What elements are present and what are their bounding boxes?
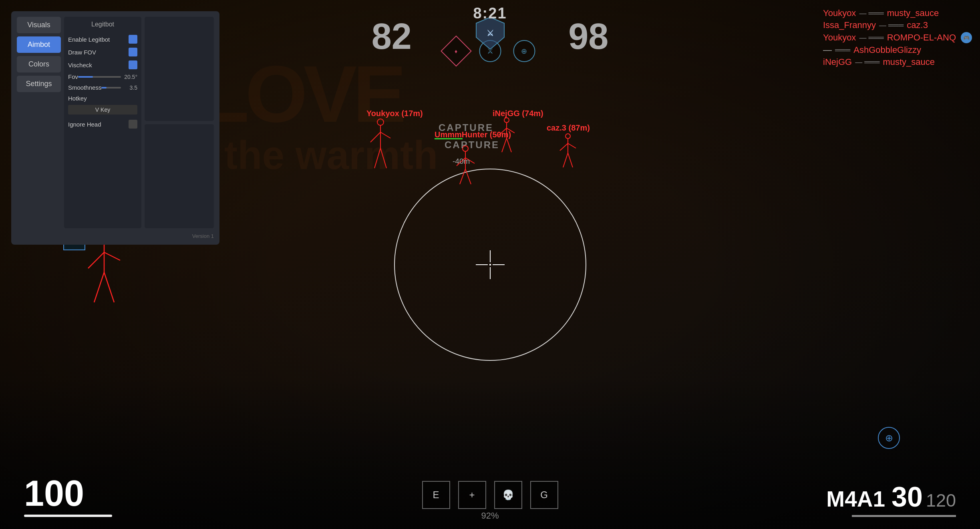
health-bar-container [24, 515, 112, 517]
weapon-icon-4: ═══ [835, 46, 850, 54]
menu-row-vischeck: Vischeck [68, 58, 137, 71]
hud-bottom-right: M4A1 30 120 [826, 481, 956, 517]
scoreboard-entry-4: — ═══ AshGobbleGlizzy [823, 45, 972, 55]
hud-icon-e: E [422, 481, 450, 509]
label-ignore-head: Ignore Head [68, 121, 101, 128]
esp-label-youkyox: Youkyox (17m) [366, 109, 423, 118]
svg-line-10 [502, 138, 507, 152]
svg-line-2 [370, 132, 380, 142]
svg-line-14 [560, 143, 568, 151]
hud-icon-skull: 💀 [494, 481, 522, 509]
label-hotkey: Hotkey [68, 95, 87, 102]
esp-label-caz3: caz.3 (87m) [547, 123, 590, 133]
smoothness-slider-track[interactable] [101, 87, 121, 89]
svg-line-15 [568, 143, 576, 148]
hotkey-box[interactable]: V Key [68, 105, 137, 115]
label-draw-fov: Draw FOV [68, 49, 96, 56]
toggle-ignore-head[interactable] [129, 120, 137, 129]
toggle-enable-legitbot[interactable] [129, 35, 137, 44]
svg-line-23 [465, 169, 471, 184]
score-right: 98 [568, 16, 608, 57]
ammo-current: 30 [891, 481, 923, 513]
hud-bottom-center: E + 💀 G [422, 481, 558, 509]
menu-nav: Visuals Aimbot Colors Settings [17, 17, 61, 239]
crosshair-dot [489, 264, 491, 266]
svg-point-6 [504, 118, 509, 123]
scoreboard: Youkyox — ═══ musty_sauce Issa_Frannyy —… [823, 8, 972, 67]
esp-figure-youkyox [364, 116, 396, 180]
fov-slider-track[interactable] [78, 76, 121, 78]
hotkey-row: V Key [68, 104, 137, 118]
player-name-2: Issa_Frannyy [823, 20, 876, 30]
scoreboard-entry-5: iNejGG — ═══ musty_sauce [823, 57, 972, 67]
menu-row-ignore-head: Ignore Head [68, 118, 137, 131]
scoreboard-entry-3: Youkyox — ═══ ROMPO-EL-ANQ 🎮 [823, 32, 972, 43]
game-world-text-warmth: the warmth [224, 132, 438, 178]
menu-panel-bottom-right [145, 124, 214, 228]
weapon-icon-5: — ═══ [855, 58, 879, 66]
toggle-vischeck[interactable] [129, 60, 137, 69]
crosshair-line-left [476, 264, 488, 265]
svg-line-5 [380, 148, 386, 168]
player-name-1: Youkyox [823, 8, 856, 18]
hud-bottom-left: 100 [24, 475, 112, 517]
weapon-icon-3: — ═══ [859, 34, 883, 42]
capture-text-2: CAPTURE [445, 139, 499, 151]
shield-icon-right: ⊕ [878, 427, 900, 449]
svg-line-4 [374, 148, 380, 168]
hud-diamond-icon-1: ♦ [441, 36, 472, 67]
panel-title: Legitbot [68, 21, 137, 28]
menu-row-fov: Fov 20.5° [68, 71, 137, 82]
player-name-5b: musty_sauce [883, 57, 935, 67]
fov-slider-fill [78, 76, 93, 78]
ammo-bar [852, 515, 956, 517]
nav-btn-colors[interactable]: Colors [17, 56, 61, 72]
nav-btn-aimbot[interactable]: Aimbot [17, 36, 61, 53]
smoothness-slider-container: 3.5 [101, 84, 137, 91]
esp-figure-ummmhunter [453, 144, 479, 188]
svg-line-29 [104, 272, 114, 302]
health-bar [24, 515, 112, 517]
player-name-2b: caz.3 [907, 20, 928, 30]
svg-line-22 [460, 169, 465, 184]
svg-line-27 [104, 252, 120, 260]
smoothness-value: 3.5 [123, 84, 137, 91]
player-name-4b: AshGobbleGlizzy [853, 45, 921, 55]
player-name-1b: musty_sauce [887, 8, 939, 18]
svg-line-28 [94, 272, 104, 302]
nav-btn-settings[interactable]: Settings [17, 76, 61, 92]
menu-panel-top-right [145, 17, 214, 121]
label-smoothness: Smoothness [68, 84, 101, 91]
crosshair-line-top [490, 250, 491, 262]
svg-line-11 [507, 138, 511, 152]
cheat-menu: Visuals Aimbot Colors Settings Legitbot … [11, 11, 219, 245]
fov-value: 20.5° [123, 74, 137, 80]
menu-row-hotkey: Hotkey [68, 93, 137, 104]
weapon-icon-1: — ═══ [859, 9, 883, 18]
ammo-reserve: 120 [926, 490, 956, 511]
label-enable-legitbot: Enable Legitbot [68, 36, 110, 43]
crosshair-line-right [493, 264, 505, 265]
player-name-4: — [823, 45, 832, 55]
label-vischeck: Vischeck [68, 62, 92, 68]
esp-figure-caz3 [557, 132, 579, 170]
toggle-draw-fov[interactable] [129, 48, 137, 56]
distance-label: -40m [453, 157, 470, 166]
hud-icon-plus: + [458, 481, 486, 509]
hud-circle-icon-right: ⊕ [513, 40, 535, 62]
crosshair-line-bottom [490, 267, 491, 279]
svg-line-16 [563, 153, 568, 167]
svg-point-0 [377, 119, 384, 125]
version-text: Version 1 [64, 231, 214, 239]
game-timer: 8:21 [473, 5, 507, 22]
nav-btn-visuals[interactable]: Visuals [17, 17, 61, 33]
svg-point-12 [565, 134, 570, 139]
svg-line-3 [380, 132, 390, 138]
esp-label-inejgg: iNejGG (74m) [493, 109, 543, 118]
fov-slider-container: 20.5° [78, 74, 137, 80]
scoreboard-entry-1: Youkyox — ═══ musty_sauce [823, 8, 972, 18]
svg-text:⚔: ⚔ [487, 29, 494, 38]
hud-icon-g: G [530, 481, 558, 509]
menu-row-enable-legitbot: Enable Legitbot [68, 33, 137, 46]
player-name-3: Youkyox [823, 32, 856, 43]
